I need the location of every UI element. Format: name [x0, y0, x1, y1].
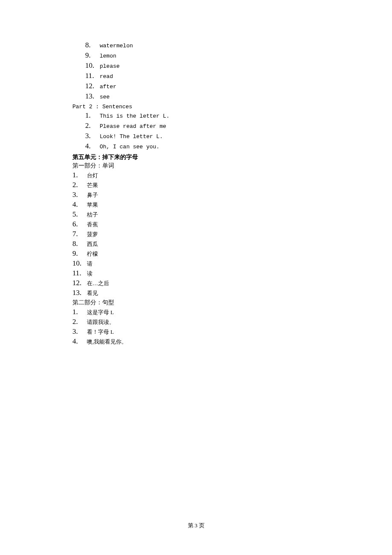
list-item: 柠檬	[72, 249, 392, 259]
word-text: 桔子	[85, 210, 98, 220]
list-item: after	[85, 81, 392, 92]
word-text: please	[98, 62, 120, 71]
list-item: 读	[72, 269, 392, 278]
list-item: 噢,我能看见你。	[72, 337, 392, 347]
chinese-words-list: 台灯 芒果 鼻子 苹果 桔子 香蕉 菠萝 西瓜 柠檬 请 读 在…之后 看见	[72, 171, 392, 298]
word-text: 请	[85, 259, 92, 269]
list-item: 西瓜	[72, 239, 392, 249]
list-item: read	[85, 71, 392, 81]
word-text: 在…之后	[85, 279, 109, 288]
list-item: 香蕉	[72, 220, 392, 229]
part1-header-cn: 第一部分：单词	[72, 162, 392, 170]
list-item: 看见	[72, 288, 392, 298]
sentence-text: Look! The letter L.	[98, 132, 163, 142]
part2-header-en: Part 2 : Sentences	[72, 104, 392, 110]
list-item: This is the letter L.	[85, 111, 392, 121]
part2-header-cn: 第二部分：句型	[72, 299, 392, 306]
page-footer: 第 3 页	[0, 522, 392, 529]
sentence-text: 请跟我读。	[85, 318, 115, 327]
word-text: 西瓜	[85, 240, 98, 249]
word-text: 鼻子	[85, 191, 98, 200]
word-text: 苹果	[85, 200, 98, 210]
word-text: 芒果	[85, 181, 98, 190]
sentence-text: Oh, I can see you.	[98, 142, 159, 152]
english-words-list: watermelon lemon please read after see	[85, 40, 392, 102]
list-item: Please read after me	[85, 121, 392, 131]
word-text: lemon	[98, 52, 116, 61]
list-item: 鼻子	[72, 190, 392, 200]
sentence-text: This is the letter L.	[98, 112, 170, 121]
list-item: Look! The letter L.	[85, 131, 392, 142]
list-item: 苹果	[72, 200, 392, 210]
english-sentences-list: This is the letter L. Please read after …	[85, 111, 392, 152]
list-item: 请跟我读。	[72, 317, 392, 327]
list-item: 台灯	[72, 171, 392, 180]
word-text: 菠萝	[85, 230, 98, 239]
word-text: 香蕉	[85, 220, 98, 229]
unit-title: 第五单元：掉下来的字母	[72, 153, 392, 161]
word-text: see	[98, 92, 110, 102]
list-item: 桔子	[72, 210, 392, 220]
word-text: 柠檬	[85, 249, 98, 259]
list-item: 在…之后	[72, 278, 392, 288]
list-item: 菠萝	[72, 229, 392, 239]
list-item: 看！字母 L	[72, 327, 392, 337]
list-item: Oh, I can see you.	[85, 142, 392, 152]
list-item: 请	[72, 259, 392, 269]
word-text: read	[98, 72, 113, 81]
list-item: lemon	[85, 51, 392, 61]
sentence-text: 看！字母 L	[85, 327, 114, 337]
chinese-sentences-list: 这是字母 L 请跟我读。 看！字母 L 噢,我能看见你。	[72, 307, 392, 347]
list-item: watermelon	[85, 40, 392, 51]
word-text: 读	[85, 269, 92, 278]
word-text: after	[98, 82, 116, 92]
list-item: see	[85, 92, 392, 102]
word-text: 看见	[85, 289, 98, 298]
list-item: 芒果	[72, 180, 392, 190]
sentence-text: 噢,我能看见你。	[85, 337, 127, 347]
list-item: please	[85, 61, 392, 71]
word-text: 台灯	[85, 171, 98, 180]
sentence-text: Please read after me	[98, 122, 166, 131]
list-item: 这是字母 L	[72, 307, 392, 317]
sentence-text: 这是字母 L	[85, 308, 114, 317]
word-text: watermelon	[98, 41, 133, 51]
